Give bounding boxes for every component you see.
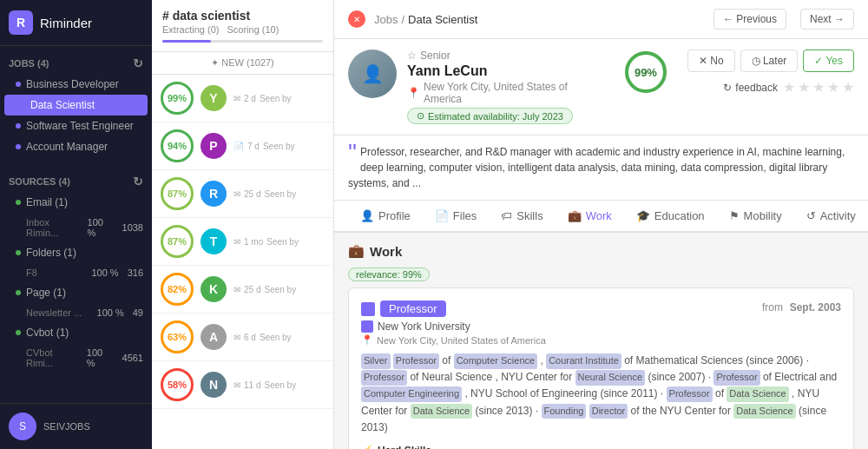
seniority-badge: ☆ Senior	[407, 50, 604, 62]
company-building-icon	[361, 320, 373, 333]
star-3[interactable]: ★	[812, 79, 825, 96]
score-circle: 94%	[161, 129, 194, 162]
score-circle: 99%	[161, 82, 194, 115]
sidebar-item-page[interactable]: Page (1)	[0, 282, 152, 303]
summary-section: " Professor, researcher, and R&D manager…	[334, 135, 868, 201]
tab-profile[interactable]: 👤 Profile	[348, 201, 423, 233]
list-item[interactable]: 82% K ✉ 25 dSeen by	[152, 266, 333, 314]
sidebar-username: SEIVJOBS	[43, 421, 90, 432]
action-area: ✕ No ◷ Later ✓ Yes ↻ feedback ★ ★ ★ ★ ★	[687, 50, 854, 96]
list-item[interactable]: 58% N ✉ 11 dSeen by	[152, 361, 333, 409]
tab-work[interactable]: 💼 Work	[556, 201, 624, 233]
dot-icon	[16, 330, 21, 335]
dot-icon	[16, 144, 21, 149]
tab-files[interactable]: 📄 Files	[423, 201, 489, 233]
work-content: 💼 Work relevance: 99% Professor from Sep…	[334, 233, 868, 449]
sources-refresh-icon[interactable]: ↻	[133, 175, 143, 188]
avatar: A	[201, 324, 227, 350]
breadcrumb-current: Data Scientist	[408, 13, 477, 26]
score-circle: 82%	[161, 273, 194, 306]
sidebar-item-business-developer[interactable]: Business Developer	[0, 74, 152, 95]
sidebar-item-folders-sub: F8 100 % 316	[0, 263, 152, 282]
star-1[interactable]: ★	[783, 79, 795, 96]
relevance-row: relevance: 99%	[348, 267, 854, 281]
mail-icon: ✉	[233, 380, 240, 390]
sidebar-item-account-manager[interactable]: Account Manager	[0, 136, 152, 157]
prev-button[interactable]: ← Previous	[713, 9, 786, 30]
no-button[interactable]: ✕ No	[687, 50, 735, 72]
star-4[interactable]: ★	[827, 79, 839, 96]
sidebar-item-folders[interactable]: Folders (1)	[0, 242, 152, 263]
relevance-badge: relevance: 99%	[348, 267, 430, 281]
job-title-row: Professor	[361, 300, 446, 317]
sidebar-item-software-test[interactable]: Software Test Engineer	[0, 116, 152, 136]
tab-mobility[interactable]: ⚑ Mobility	[717, 201, 794, 233]
sidebar-item-data-scientist[interactable]: Data Scientist	[4, 95, 148, 116]
sidebar-item-cvbot[interactable]: Cvbot (1)	[0, 322, 152, 343]
refresh-icon: ↻	[723, 82, 732, 94]
tab-skills[interactable]: 🏷 Skills	[489, 201, 555, 233]
work-card: Professor from Sept. 2003 New York Unive…	[348, 287, 854, 449]
star-2[interactable]: ★	[798, 79, 810, 96]
mail-icon: ✉	[233, 237, 240, 247]
avatar: R	[201, 181, 227, 207]
profile-icon: 👤	[360, 209, 374, 222]
mobility-icon: ⚑	[729, 209, 740, 222]
sidebar-jobs-header: JOBS (4) ↻	[0, 53, 152, 74]
later-button[interactable]: ◷ Later	[740, 50, 799, 72]
avatar: Y	[201, 85, 227, 111]
candidates-header: # data scientist Extracting (0) Scoring …	[152, 0, 333, 52]
work-section-title: 💼 Work	[348, 243, 854, 259]
score-ring: 99%	[623, 50, 668, 95]
profile-location: 📍 New York City, United States of Americ…	[407, 81, 604, 105]
list-item[interactable]: 94% P 📄 7 dSeen by	[152, 122, 333, 170]
star-rating[interactable]: ★ ★ ★ ★ ★	[783, 79, 854, 96]
yes-button[interactable]: ✓ Yes	[803, 50, 854, 72]
avatar: P	[201, 133, 227, 159]
sidebar-sources-header: SOURCES (4) ↻	[0, 171, 152, 192]
sidebar-item-email[interactable]: Email (1)	[0, 192, 152, 213]
candidate-meta: ✉ 11 dSeen by	[233, 380, 325, 390]
candidate-meta: 📄 7 dSeen by	[233, 142, 325, 151]
mail-icon: ✉	[233, 285, 240, 294]
candidate-info: ✉ 25 dSeen by	[233, 285, 325, 294]
candidate-meta: ✉ 6 dSeen by	[233, 333, 325, 342]
list-item[interactable]: 63% A ✉ 6 dSeen by	[152, 314, 333, 361]
progress-fill	[162, 40, 211, 43]
next-button[interactable]: Next →	[800, 9, 854, 30]
tab-activity[interactable]: ↺ Activity	[794, 201, 868, 233]
profile-photo-inner: 👤	[348, 50, 397, 98]
sidebar: R Riminder JOBS (4) ↻ Business Developer…	[0, 0, 152, 449]
star-outline-icon: ☆	[407, 50, 417, 62]
dot-icon	[20, 102, 25, 108]
search-title: # data scientist	[162, 9, 323, 23]
candidates-tab[interactable]: ✦ NEW (1027)	[152, 52, 333, 75]
sidebar-logo-icon: R	[9, 10, 33, 35]
sidebar-item-page-sub: Newsletter ... 100 % 49	[0, 303, 152, 322]
feedback-button[interactable]: ↻ feedback	[723, 82, 778, 94]
list-item[interactable]: 87% T ✉ 1 moSeen by	[152, 218, 333, 266]
score-circle: 87%	[161, 225, 194, 258]
profile-photo: 👤	[348, 50, 397, 98]
avatar: T	[201, 228, 227, 254]
score-circle: 58%	[161, 368, 194, 401]
file-icon: 📄	[233, 142, 244, 151]
breadcrumb-parent: Jobs	[374, 13, 398, 26]
tab-education[interactable]: 🎓 Education	[624, 201, 717, 233]
list-item[interactable]: 87% R ✉ 25 dSeen by	[152, 170, 333, 218]
dot-icon	[16, 290, 21, 295]
close-button[interactable]: ✕	[348, 10, 365, 28]
sidebar-item-cvbot-sub: CVbot Rimi... 100 % 4561	[0, 343, 152, 373]
avatar: N	[201, 372, 227, 398]
score-circle: 87%	[161, 177, 194, 210]
company-icon	[361, 302, 375, 316]
star-5[interactable]: ★	[842, 79, 854, 96]
candidate-meta: ✉ 2 dSeen by	[233, 94, 325, 103]
list-item[interactable]: 99% Y ✉ 2 dSeen by	[152, 75, 333, 122]
summary-text: Professor, researcher, and R&D manager w…	[348, 146, 845, 189]
sidebar-logo: R Riminder	[0, 0, 152, 46]
jobs-refresh-icon[interactable]: ↻	[133, 56, 143, 70]
progress-bar	[162, 40, 323, 43]
availability-badge: ⊙ Estimated availability: July 2023	[407, 108, 604, 124]
candidate-info: ✉ 11 dSeen by	[233, 380, 325, 390]
